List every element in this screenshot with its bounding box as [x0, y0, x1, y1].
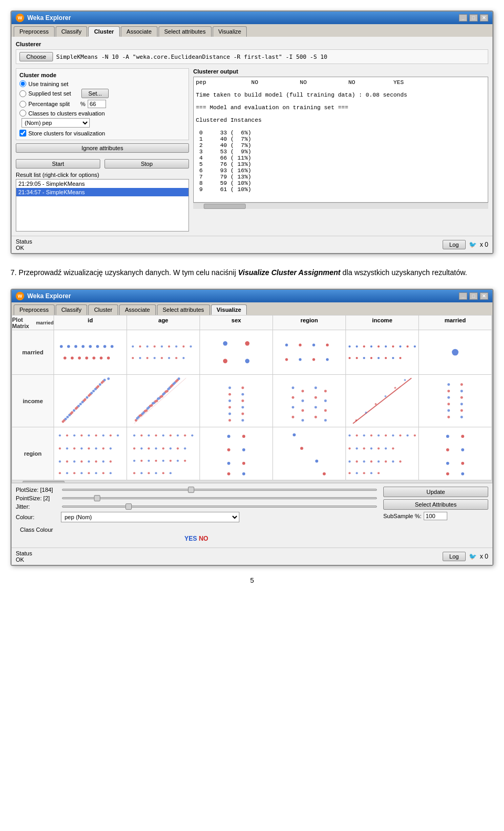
- svg-point-80: [90, 392, 93, 395]
- maximize-btn-2[interactable]: □: [469, 292, 478, 300]
- plotsize-slider[interactable]: [62, 489, 377, 491]
- svg-point-4: [89, 345, 92, 349]
- log-button-1[interactable]: Log: [443, 240, 466, 249]
- svg-point-194: [88, 461, 90, 463]
- svg-point-178: [95, 435, 97, 437]
- controls-right: Update Select Attributes SubSample %:: [383, 487, 488, 544]
- svg-point-161: [447, 383, 450, 386]
- tab-select-attributes-2[interactable]: Select attributes: [157, 304, 210, 315]
- jitter-slider[interactable]: [62, 506, 377, 508]
- cell-income-married[interactable]: [419, 375, 492, 427]
- radio-supplied-input[interactable]: [19, 90, 26, 97]
- title-left-2: W Weka Explorer: [16, 292, 71, 300]
- set-button[interactable]: Set...: [81, 89, 109, 98]
- output-hscroll-thumb[interactable]: [204, 204, 246, 209]
- main-two-col: Cluster mode Use training set Supplied t…: [16, 68, 488, 232]
- svg-point-112: [146, 407, 149, 410]
- cell-married-region[interactable]: [273, 330, 346, 374]
- svg-point-214: [191, 435, 193, 437]
- cell-income-sex[interactable]: [200, 375, 273, 427]
- cell-region-region[interactable]: [273, 427, 346, 480]
- svg-point-286: [461, 472, 464, 476]
- pointsize-slider[interactable]: [62, 497, 377, 499]
- cell-married-sex[interactable]: [200, 330, 273, 374]
- tab-classify-2[interactable]: Classify: [56, 304, 88, 315]
- cell-region-age[interactable]: [127, 427, 200, 480]
- classes-dropdown[interactable]: (Nom) pep: [22, 118, 90, 128]
- cell-married-id[interactable]: [54, 330, 127, 374]
- close-btn-1[interactable]: ✕: [480, 14, 488, 22]
- plot-controls: PlotSize: [184] PointSize: [2] Jitter:: [12, 483, 492, 548]
- cell-married-income[interactable]: [346, 330, 419, 374]
- pointsize-thumb[interactable]: [94, 495, 100, 501]
- cell-married-age[interactable]: [127, 330, 200, 374]
- svg-point-52: [406, 345, 408, 348]
- svg-point-163: [447, 396, 450, 399]
- svg-point-259: [349, 448, 351, 450]
- start-button[interactable]: Start: [16, 159, 100, 169]
- svg-point-236: [170, 472, 172, 475]
- stop-button[interactable]: Stop: [104, 159, 189, 169]
- svg-point-138: [292, 387, 295, 390]
- cell-income-id[interactable]: [54, 375, 127, 427]
- select-attributes-button[interactable]: Select Attributes: [383, 499, 488, 510]
- tab-classify-1[interactable]: Classify: [56, 26, 88, 37]
- subsample-label: SubSample %:: [383, 513, 422, 519]
- plot-hscrollbar[interactable]: [12, 480, 492, 483]
- cell-region-sex[interactable]: [200, 427, 273, 480]
- svg-point-256: [399, 435, 401, 437]
- result-list: 21:29:05 - SimpleKMeans 21:34:57 - Simpl…: [16, 179, 189, 232]
- tab-cluster-1[interactable]: Cluster: [88, 26, 120, 37]
- svg-point-133: [242, 393, 244, 396]
- svg-point-18: [153, 345, 155, 348]
- close-btn-2[interactable]: ✕: [480, 292, 488, 300]
- tab-select-attributes-1[interactable]: Select attributes: [159, 26, 212, 37]
- log-button-2[interactable]: Log: [443, 552, 466, 561]
- colour-select[interactable]: pep (Nom): [61, 512, 239, 522]
- tab-visualize-1[interactable]: Visualize: [213, 26, 247, 37]
- svg-point-183: [66, 448, 68, 450]
- jitter-thumb[interactable]: [125, 503, 132, 510]
- tab-visualize-2[interactable]: Visualize: [211, 304, 247, 315]
- result-item-1[interactable]: 21:34:57 - SimpleKMeans: [16, 188, 188, 196]
- radio-classes-input[interactable]: [19, 110, 26, 117]
- window-title-1: Weka Explorer: [27, 14, 71, 22]
- result-item-0[interactable]: 21:29:05 - SimpleKMeans: [16, 180, 188, 188]
- choose-button[interactable]: Choose: [19, 52, 53, 61]
- svg-point-54: [349, 357, 351, 359]
- svg-point-208: [148, 435, 150, 437]
- cell-income-region[interactable]: [273, 375, 346, 427]
- cell-region-income[interactable]: [346, 427, 419, 480]
- store-clusters-checkbox[interactable]: [19, 130, 26, 136]
- cell-income-age[interactable]: [127, 375, 200, 427]
- cell-region-id[interactable]: [54, 427, 127, 480]
- cell-married-married[interactable]: [419, 330, 492, 374]
- tab-associate-2[interactable]: Associate: [119, 304, 156, 315]
- plot-hscroll-thumb[interactable]: [23, 481, 65, 483]
- ignore-attributes-button[interactable]: Ignore attributes: [16, 143, 189, 153]
- svg-point-239: [227, 448, 230, 451]
- output-hscrollbar[interactable]: [193, 203, 488, 209]
- svg-point-61: [399, 357, 401, 359]
- maximize-btn-1[interactable]: □: [469, 14, 478, 22]
- tab-associate-1[interactable]: Associate: [121, 26, 158, 37]
- cell-income-income[interactable]: [346, 375, 419, 427]
- update-button[interactable]: Update: [383, 487, 488, 497]
- svg-point-14: [107, 357, 110, 360]
- tab-preprocess-2[interactable]: Preprocess: [14, 304, 55, 315]
- cell-region-married[interactable]: [419, 427, 492, 480]
- tab-preprocess-1[interactable]: Preprocess: [14, 26, 55, 37]
- tab-cluster-2[interactable]: Cluster: [88, 304, 118, 315]
- window-controls-1[interactable]: _ □ ✕: [459, 14, 488, 22]
- minimize-btn-2[interactable]: _: [459, 292, 467, 300]
- between-bold: Visualize Cluster Assignment: [238, 268, 340, 277]
- window-controls-2[interactable]: _ □ ✕: [459, 292, 488, 300]
- radio-pct-input[interactable]: [19, 101, 26, 108]
- svg-point-215: [133, 448, 135, 450]
- minimize-btn-1[interactable]: _: [459, 14, 467, 22]
- svg-point-8: [64, 357, 67, 360]
- radio-use-training-input[interactable]: [19, 80, 26, 87]
- pct-input-field[interactable]: [88, 100, 106, 108]
- plotsize-thumb[interactable]: [188, 487, 194, 493]
- subsample-input[interactable]: [424, 512, 447, 520]
